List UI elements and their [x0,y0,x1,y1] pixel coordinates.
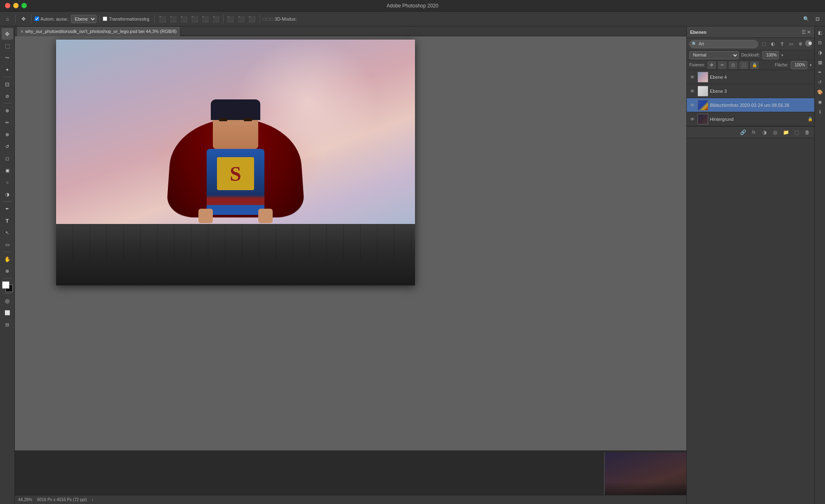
maximize-button[interactable] [21,3,27,8]
opacity-arrow[interactable]: ▾ [781,53,783,57]
select-rect-tool[interactable]: ⬚ [2,40,13,52]
layer-thumb-ebene4 [698,72,708,82]
fix-all-icon[interactable]: 🔒 [750,61,759,69]
document-tab[interactable]: ✕ why_our_photoeditorssdk_isn't_photosho… [16,26,180,36]
distribute-right-icon[interactable]: ⬛ [247,14,257,24]
layer-lock-icon: 🔒 [808,117,813,121]
adjustments-icon[interactable]: ◑ [816,48,825,57]
three-d-icon[interactable]: ⬚⬚⬚ [263,14,273,24]
layer-visibility-bildschirmfoto[interactable]: 👁 [688,101,696,109]
color-swatches[interactable] [2,281,13,292]
history-icon[interactable]: ↺ [816,78,825,87]
opacity-input[interactable] [762,51,779,59]
zoom-tool[interactable]: ⊕ [2,265,13,277]
filmstrip-thumbnail[interactable] [604,452,686,502]
gradient-tool[interactable]: ▣ [2,165,13,176]
fill-input[interactable] [791,61,807,69]
home-icon[interactable]: ⌂ [2,14,12,24]
blend-mode-dropdown[interactable]: Normal [689,51,739,59]
filter-toggle-icon[interactable] [805,40,812,47]
artboard-tool[interactable]: ⊟ [2,319,13,330]
paths-icon[interactable]: ✒ [816,68,825,77]
layer-thumb-hintergrund [698,114,708,125]
filter-pixel-icon[interactable]: ⬚ [760,40,768,48]
layer-item-ebene3[interactable]: 👁 Ebene 3 [687,84,814,98]
tab-close-icon[interactable]: ✕ [20,29,24,34]
filter-text-icon[interactable]: T [778,40,786,48]
quick-mask-tool[interactable]: ◎ [2,295,13,306]
properties-icon[interactable]: ◧ [816,28,825,37]
align-center-v-icon[interactable]: ⬛ [200,14,210,24]
dodge-tool[interactable]: ◑ [2,188,13,200]
hand-tool[interactable]: ✋ [2,253,13,265]
brush-tool[interactable]: ✏ [2,117,13,128]
panel-close-icon[interactable]: ✕ [807,29,811,35]
search-icon[interactable]: 🔍 [801,14,811,24]
eyedropper-tool[interactable]: ⊘ [2,90,13,102]
minimize-button[interactable] [13,3,19,8]
layer-visibility-ebene4[interactable]: 👁 [688,73,696,81]
clone-stamp-tool[interactable]: ⊗ [2,129,13,140]
fix-position-icon[interactable]: ✥ [707,61,716,69]
libraries-icon[interactable]: ⊟ [816,38,825,47]
fill-arrow[interactable]: ▾ [810,63,812,67]
eraser-tool[interactable]: ◻ [2,153,13,164]
align-left-icon[interactable]: ⬛ [158,14,167,24]
canvas-image[interactable]: S [56,40,415,285]
info-icon[interactable]: ℹ [816,107,825,116]
superman-left-eye [219,118,227,121]
panel-menu-icon[interactable]: ☰ [801,29,806,35]
distribute-center-h-icon[interactable]: ⬛ [236,14,246,24]
history-brush-tool[interactable]: ↺ [2,141,13,152]
close-button[interactable] [5,3,10,8]
screen-mode-tool[interactable]: ⬜ [2,307,13,318]
view-options-icon[interactable]: ⊡ [813,14,823,24]
layer-new-icon[interactable]: ⬚ [792,128,801,137]
layer-item-hintergrund[interactable]: 👁 Hintergrund 🔒 [687,112,814,126]
align-center-h-icon[interactable]: ⬛ [168,14,178,24]
color-icon[interactable]: ◉ [816,97,825,106]
channels-icon[interactable]: ▦ [816,58,825,67]
layers-filter-input[interactable] [689,40,758,48]
align-top-icon[interactable]: ⬛ [190,14,200,24]
swatches-icon[interactable]: 🎨 [816,87,825,97]
fix-transform-icon[interactable]: ⊡ [729,61,737,69]
layer-link-icon[interactable]: 🔗 [738,128,747,137]
fix-paint-icon[interactable]: ✏ [718,61,726,69]
layer-thumb-inner-bildschirmfoto [698,100,708,110]
arrow-icon[interactable]: › [92,497,93,502]
layer-visibility-ebene3[interactable]: 👁 [688,87,696,95]
tool-separator-5 [3,278,12,278]
fix-artboard-icon[interactable]: ⬚ [740,61,748,69]
transform-checkbox[interactable] [103,16,107,21]
filter-adjustment-icon[interactable]: ◐ [769,40,777,48]
align-bottom-icon[interactable]: ⬛ [211,14,221,24]
blur-tool[interactable]: ○ [2,177,13,188]
layer-delete-icon[interactable]: 🗑 [803,128,812,137]
foreground-color-swatch[interactable] [2,281,9,289]
layer-adjustment-icon[interactable]: ◎ [771,128,780,137]
ebene-dropdown[interactable]: Ebene [71,15,97,23]
layer-item-bildschirmfoto[interactable]: 👁 Bildschirmfoto 2020-02-24 um 08.56.26 [687,98,814,112]
autom-checkbox[interactable] [35,16,39,21]
pen-tool[interactable]: ✒ [2,203,13,214]
distribute-left-icon[interactable]: ⬛ [226,14,236,24]
heal-brush-tool[interactable]: ⊕ [2,105,13,116]
magic-wand-tool[interactable]: ✦ [2,64,13,75]
move-tool[interactable]: ✥ [2,28,13,40]
move-tool-icon[interactable]: ✥ [19,14,28,24]
layer-folder-icon[interactable]: 📁 [781,128,790,137]
align-right-icon[interactable]: ⬛ [179,14,189,24]
layer-visibility-hintergrund[interactable]: 👁 [688,115,696,123]
layer-fx-icon[interactable]: fx [749,128,758,137]
sep-5 [260,15,260,23]
crop-tool[interactable]: ⊡ [2,78,13,90]
layer-mask-icon[interactable]: ◑ [760,128,769,137]
path-select-tool[interactable]: ↖ [2,227,13,238]
shape-tool[interactable]: ▭ [2,239,13,250]
lasso-tool[interactable]: 〜 [2,52,13,64]
layer-item-ebene4[interactable]: 👁 Ebene 4 [687,70,814,84]
filter-smart-icon[interactable]: ⊕ [796,40,804,48]
filter-shape-icon[interactable]: ▭ [787,40,795,48]
text-tool[interactable]: T [2,215,13,226]
